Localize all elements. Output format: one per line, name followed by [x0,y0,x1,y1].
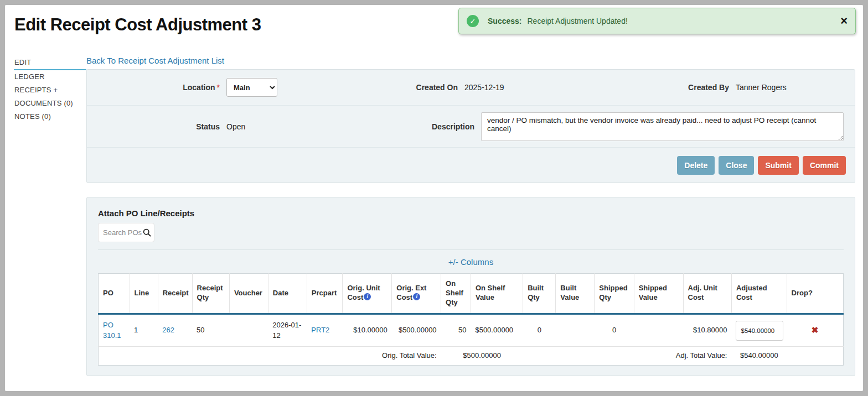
cell-on-shelf-value: $500.00000 [471,314,523,347]
po-search-box[interactable] [98,223,154,242]
toast-close-button[interactable]: × [840,15,848,27]
receipt-link[interactable]: 262 [162,326,174,334]
main-column: Back To Receipt Cost Adjustment List Loc… [86,56,863,376]
adjusted-cost-input[interactable] [736,321,783,341]
back-to-list-link[interactable]: Back To Receipt Cost Adjustment List [86,56,224,65]
col-orig-unit-cost: Orig. Unit Costi [343,274,392,314]
col-on-shelf-qty: On Shelf Qty [441,274,471,314]
status-label: Status [87,122,220,131]
cell-shipped-qty: 0 [595,314,634,347]
col-receipt: Receipt [158,274,192,314]
cell-line: 1 [130,314,158,347]
po-link[interactable]: PO 310.1 [103,321,121,340]
edit-form-panel: Location* Main Created On 2025-12-19 Cre… [86,69,855,183]
status-value: Open [220,122,358,131]
table-header-row: PO Line Receipt Receipt Qty Voucher Date… [99,274,844,314]
cell-prcpart: PRT2 [307,314,343,347]
sidebar: EDIT LEDGER RECEIPTS + DOCUMENTS (0) NOT… [5,56,86,376]
cell-date: 2026-01-12 [268,314,307,347]
cell-po: PO 310.1 [99,314,130,347]
col-adj-unit-cost: Adj. Unit Cost [683,274,731,314]
cell-receipt: 262 [158,314,192,347]
success-check-icon: ✓ [467,15,479,27]
col-prcpart: Prcpart [307,274,343,314]
sidebar-item-edit[interactable]: EDIT [14,56,86,70]
adj-total-value: $540.00000 [731,347,787,366]
cell-shipped-value [634,314,683,347]
search-icon [143,228,151,237]
po-search-input[interactable] [103,228,143,237]
divider [98,249,844,250]
columns-toggle-link[interactable]: +/- Columns [98,257,844,267]
cell-drop: ✖ [787,314,843,347]
cell-voucher [229,314,268,347]
col-shipped-qty: Shipped Qty [595,274,634,314]
col-built-qty: Built Qty [523,274,556,314]
drop-row-icon[interactable]: ✖ [812,325,819,335]
toast-message: Receipt Adjustment Updated! [527,17,627,25]
cell-orig-ext-cost: $500.00000 [392,314,441,347]
sidebar-item-receipts[interactable]: RECEIPTS + [14,84,86,97]
app-window: Edit Receipt Cost Adjustment 3 ✓ Success… [5,5,863,391]
col-receipt-qty: Receipt Qty [192,274,229,314]
attach-po-panel: Attach PO Line/Receipts +/- Columns [86,197,855,376]
col-built-value: Built Value [556,274,595,314]
location-select[interactable]: Main [226,78,277,97]
col-line: Line [130,274,158,314]
orig-total-label: Orig. Total Value: [99,347,441,366]
col-orig-ext-cost: Orig. Ext Costi [392,274,441,314]
col-drop: Drop? [787,274,843,314]
attach-heading: Attach PO Line/Receipts [98,209,844,218]
cell-adjusted-cost [731,314,787,347]
info-icon[interactable]: i [364,293,371,300]
form-row-2: Status Open Description vendor / PO mism… [87,105,855,147]
col-adjusted-cost: Adjusted Cost [731,274,787,314]
orig-total-value: $500.00000 [441,347,523,366]
commit-button[interactable]: Commit [803,156,846,175]
description-label: Description [358,122,474,131]
created-on-label: Created On [358,83,458,92]
cell-orig-unit-cost: $10.00000 [343,314,392,347]
form-actions: Delete Close Submit Commit [87,147,855,183]
sidebar-item-documents[interactable]: DOCUMENTS (0) [14,97,86,110]
created-by-label: Created By [596,83,729,92]
close-button[interactable]: Close [719,156,754,175]
po-receipts-table: PO Line Receipt Receipt Qty Voucher Date… [98,273,844,366]
cell-built-value [556,314,595,347]
submit-button[interactable]: Submit [758,156,798,175]
col-date: Date [268,274,307,314]
sidebar-item-ledger[interactable]: LEDGER [14,70,86,84]
prcpart-link[interactable]: PRT2 [311,326,329,334]
cell-on-shelf-qty: 50 [441,314,471,347]
toast-status-label: Success: [488,17,521,25]
delete-button[interactable]: Delete [677,156,715,175]
col-on-shelf-value: On Shelf Value [471,274,523,314]
location-label: Location* [87,83,220,92]
content-row: EDIT LEDGER RECEIPTS + DOCUMENTS (0) NOT… [5,56,863,376]
form-row-1: Location* Main Created On 2025-12-19 Cre… [87,70,855,105]
success-toast: ✓ Success: Receipt Adjustment Updated! × [458,8,856,34]
cell-receipt-qty: 50 [192,314,229,347]
table-row: PO 310.1 1 262 50 2026-01-12 PRT2 $10.00… [99,314,844,347]
description-textarea[interactable]: vendor / PO mismatch, but the vendor inv… [481,112,844,141]
adj-total-label: Adj. Total Value: [634,347,731,366]
col-po: PO [99,274,130,314]
table-totals-row: Orig. Total Value: $500.00000 Adj. Total… [99,347,844,366]
sidebar-item-notes[interactable]: NOTES (0) [14,110,86,123]
created-by-value: Tanner Rogers [729,83,855,92]
created-on-value: 2025-12-19 [458,83,596,92]
col-shipped-value: Shipped Value [634,274,683,314]
cell-built-qty: 0 [523,314,556,347]
cell-adj-unit-cost: $10.80000 [683,314,731,347]
col-voucher: Voucher [229,274,268,314]
info-icon[interactable]: i [413,293,420,300]
